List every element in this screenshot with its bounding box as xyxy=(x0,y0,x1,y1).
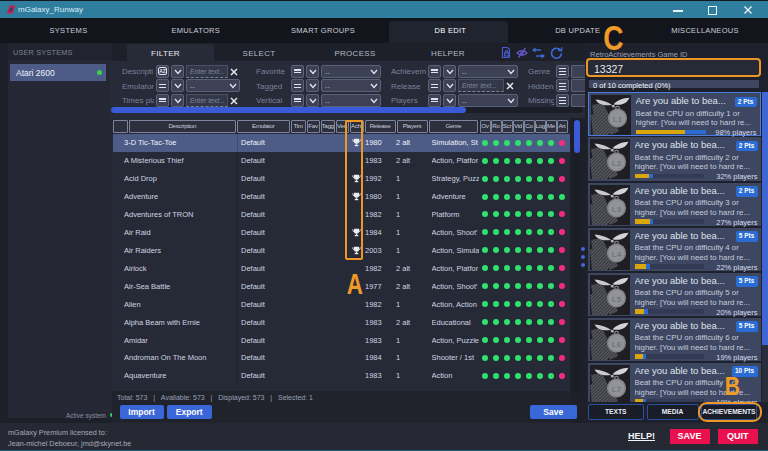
svg-text:A: A xyxy=(347,268,363,299)
svg-text:C: C xyxy=(603,17,623,57)
svg-text:B: B xyxy=(725,371,740,401)
